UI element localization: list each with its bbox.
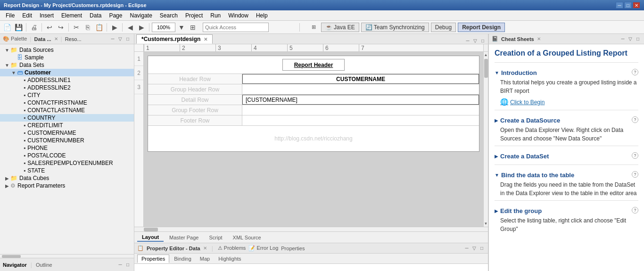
- error-log-tab[interactable]: 📝 Error Log: [248, 245, 278, 251]
- toolbar-copy[interactable]: ⎘: [83, 22, 93, 33]
- left-scrollbar[interactable]: [0, 254, 134, 258]
- tree-field-phone[interactable]: ▪ PHONE: [0, 144, 134, 152]
- prop-tab-properties[interactable]: Properties: [137, 255, 169, 263]
- zoom-input[interactable]: 100%: [152, 23, 175, 32]
- bind-section-header[interactable]: ▼ Bind the data to the table: [495, 172, 574, 179]
- toolbar-forward[interactable]: ▶: [136, 22, 147, 33]
- bind-help-icon[interactable]: ?: [632, 171, 638, 178]
- tab-master-page[interactable]: Master Page: [165, 234, 203, 241]
- tree-field-addressline2[interactable]: ▪ ADDRESSLINE2: [0, 84, 134, 91]
- prop-tab-highlights[interactable]: Highlights: [215, 255, 245, 263]
- menu-project[interactable]: Project: [182, 11, 206, 20]
- datasource-section-header[interactable]: ▶ Create a DataSource: [495, 117, 560, 124]
- scroll-up-btn[interactable]: ▲: [484, 53, 488, 57]
- problems-tab[interactable]: ⚠ Problems: [218, 245, 246, 251]
- perspective-java-ee[interactable]: ☕ Java EE: [321, 23, 359, 32]
- quick-access-input[interactable]: [203, 23, 269, 32]
- datasource-help-icon[interactable]: ?: [632, 116, 638, 123]
- cheat-min-btn[interactable]: ─: [619, 36, 626, 42]
- perspective-report-design[interactable]: Report Design: [458, 23, 505, 32]
- tree-datasources[interactable]: ▼ 📁 Data Sources: [0, 46, 134, 54]
- vertical-scrollbar[interactable]: ▲ ▼: [483, 52, 488, 227]
- tree-customer[interactable]: ▼ 🗃 Customer: [0, 69, 134, 76]
- prop-min-btn[interactable]: ─: [463, 245, 470, 252]
- edit-group-section-header[interactable]: ▶ Edit the group: [495, 207, 542, 214]
- menu-insert[interactable]: Insert: [36, 11, 58, 20]
- tree-field-city[interactable]: ▪ CITY: [0, 91, 134, 99]
- menu-navigate[interactable]: Navigate: [126, 11, 156, 20]
- panel-close-btn[interactable]: □: [124, 36, 131, 42]
- toolbar-print[interactable]: 🖨: [29, 22, 39, 33]
- toolbar-undo[interactable]: ↩: [44, 22, 55, 33]
- nav-minimize-btn[interactable]: ─: [117, 262, 124, 268]
- tree-sample[interactable]: 🗄 Sample: [0, 54, 134, 61]
- tree-datacubes[interactable]: ▶ 📁 Data Cubes: [0, 174, 134, 182]
- data-tab[interactable]: Data ...: [34, 36, 51, 42]
- editor-tab-customers[interactable]: *Customers.rptdesign ✕: [136, 34, 213, 44]
- panel-maximize-btn[interactable]: ▽: [117, 36, 124, 42]
- intro-help-icon[interactable]: ?: [632, 69, 638, 75]
- navigator-tab[interactable]: Navigator: [3, 262, 27, 268]
- menu-edit[interactable]: Edit: [18, 11, 36, 20]
- panel-minimize-btn[interactable]: ─: [109, 36, 116, 42]
- toolbar-cut[interactable]: ✂: [71, 22, 82, 33]
- scroll-down-btn[interactable]: ▼: [484, 222, 488, 226]
- prop-max-btn[interactable]: ▽: [471, 245, 478, 252]
- report-canvas-scroll[interactable]: Report Header Header Row CUS: [144, 52, 483, 227]
- perspective-extra[interactable]: ⊞: [308, 22, 319, 33]
- menu-run[interactable]: Run: [206, 11, 224, 20]
- properties-tab[interactable]: Properties: [281, 246, 305, 251]
- tree-reportparams[interactable]: ▶ ⚙ Report Parameters: [0, 182, 134, 189]
- datasets-toggle[interactable]: ▼: [4, 63, 10, 68]
- datacubes-toggle[interactable]: ▶: [4, 176, 10, 181]
- toolbar-new[interactable]: 📄: [2, 22, 12, 33]
- tree-field-salesrep[interactable]: ▪ SALESREPEMPLOYEENUMBER: [0, 159, 134, 167]
- tree-field-state[interactable]: ▪ STATE: [0, 167, 134, 174]
- editor-minimize-btn[interactable]: ─: [464, 37, 471, 44]
- menu-data[interactable]: Data: [86, 11, 105, 20]
- dataset-help-icon[interactable]: ?: [632, 152, 638, 159]
- menu-help[interactable]: Help: [252, 11, 272, 20]
- cheat-restore-btn[interactable]: ▽: [627, 36, 634, 42]
- tree-field-customernumber[interactable]: ▪ CUSTOMERNUMBER: [0, 137, 134, 144]
- toolbar-zoom-fit[interactable]: ⊞: [188, 22, 198, 33]
- minimize-button[interactable]: ─: [616, 2, 623, 8]
- maximize-button[interactable]: □: [624, 2, 632, 8]
- tree-field-country[interactable]: ▪ COUNTRY: [0, 114, 134, 122]
- cheat-max-btn[interactable]: □: [635, 36, 641, 42]
- dataset-section-header[interactable]: ▶ Create a DataSet: [495, 153, 549, 160]
- reportparams-toggle[interactable]: ▶: [4, 183, 10, 189]
- prop-close-btn[interactable]: □: [479, 245, 485, 252]
- tree-field-customername[interactable]: ▪ CUSTOMERNAME: [0, 129, 134, 137]
- tree-field-contactfirstname[interactable]: ▪ CONTACTFIRSTNAME: [0, 99, 134, 107]
- tree-field-contactlastname[interactable]: ▪ CONTACTLASTNAME: [0, 107, 134, 114]
- menu-file[interactable]: File: [2, 11, 18, 20]
- customer-toggle[interactable]: ▼: [10, 70, 17, 75]
- tab-layout[interactable]: Layout: [137, 233, 164, 242]
- toolbar-redo[interactable]: ↪: [56, 22, 66, 33]
- editor-tab-close[interactable]: ✕: [204, 37, 207, 42]
- intro-section-header[interactable]: ▼ Introduction: [495, 69, 537, 76]
- data-close-icon[interactable]: ✕: [54, 36, 58, 41]
- tree-field-postalcode[interactable]: ▪ POSTALCODE: [0, 152, 134, 159]
- edit-group-help-icon[interactable]: ?: [632, 207, 638, 214]
- tree-field-addressline1[interactable]: ▪ ADDRESSLINE1: [0, 76, 134, 84]
- toolbar-save[interactable]: 💾: [13, 22, 24, 33]
- tree-datasets[interactable]: ▼ 📁 Data Sets: [0, 61, 134, 69]
- perspective-debug[interactable]: Debug: [431, 23, 456, 32]
- zoom-dropdown[interactable]: ▼: [176, 22, 187, 33]
- editor-maximize-btn[interactable]: □: [479, 37, 486, 44]
- menu-page[interactable]: Page: [105, 11, 126, 20]
- tab-script[interactable]: Script: [204, 234, 227, 241]
- outline-tab[interactable]: Outline: [36, 262, 52, 268]
- close-button[interactable]: ✕: [633, 2, 640, 8]
- tab-xml-source[interactable]: XML Source: [228, 234, 266, 241]
- click-to-begin-link[interactable]: 🌐 Click to Begin: [500, 97, 638, 107]
- toolbar-paste[interactable]: 📋: [94, 22, 104, 33]
- prop-tab-binding[interactable]: Binding: [170, 255, 195, 263]
- menu-window[interactable]: Window: [224, 11, 252, 20]
- toolbar-back[interactable]: ◀: [125, 22, 135, 33]
- datasources-toggle[interactable]: ▼: [4, 48, 10, 53]
- cheat-close-icon[interactable]: ✕: [537, 36, 541, 41]
- prop-tab-map[interactable]: Map: [196, 255, 214, 263]
